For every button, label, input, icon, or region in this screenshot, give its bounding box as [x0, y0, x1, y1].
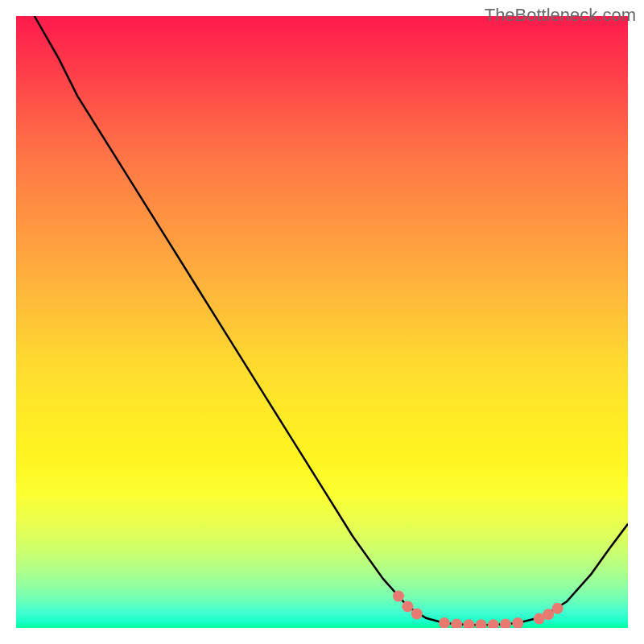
highlight-dots — [393, 591, 564, 629]
highlight-dot — [552, 603, 564, 614]
highlight-dot — [512, 617, 523, 628]
highlight-dot — [451, 618, 462, 628]
highlight-dot — [500, 618, 511, 628]
chart-svg — [16, 16, 628, 628]
curve-line — [35, 16, 628, 625]
watermark-text: TheBottleneck.com — [485, 5, 636, 26]
highlight-dot — [411, 609, 423, 620]
highlight-dot — [439, 617, 450, 628]
highlight-dot — [488, 619, 499, 628]
highlight-dot — [393, 591, 404, 602]
plot-area — [16, 16, 628, 628]
highlight-dot — [543, 609, 554, 620]
highlight-dot — [402, 601, 413, 612]
highlight-dot — [463, 619, 474, 628]
highlight-dot — [476, 619, 487, 628]
